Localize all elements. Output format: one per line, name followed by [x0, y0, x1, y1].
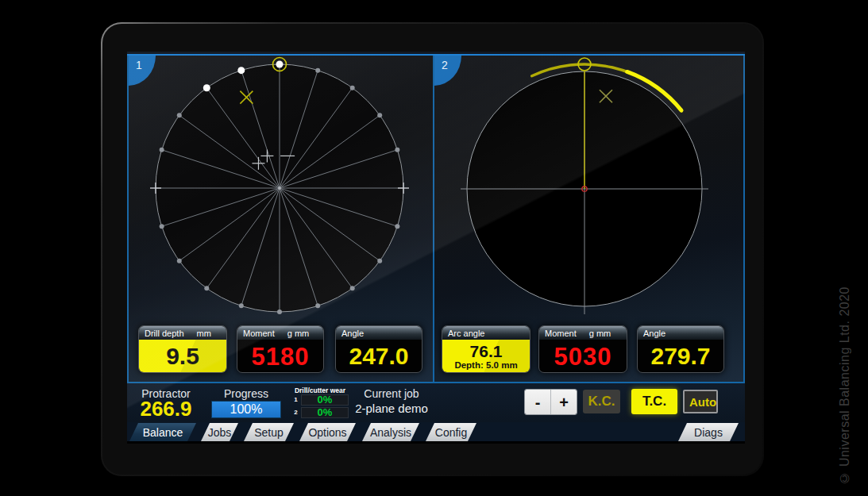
- tab-bar: Balance Jobs Setup Options Analysis Conf…: [127, 422, 745, 444]
- moment-2-header: Moment g mm: [539, 326, 627, 340]
- wear-row-2-value: 0%: [301, 407, 349, 418]
- moment-1-unit: g mm: [287, 329, 310, 338]
- angle-1-value: 247.0: [336, 340, 422, 373]
- tab-options[interactable]: Options: [299, 423, 356, 441]
- increment-button[interactable]: +: [551, 390, 577, 414]
- balance-planes-area: 1 Drill depth mm 9.5 Moment g mm: [127, 54, 745, 383]
- protractor-value: 266.9: [133, 397, 199, 421]
- arc-angle-readout: Arc angle 76.1 Depth: 5.0 mm: [442, 325, 530, 373]
- tab-balance[interactable]: Balance: [129, 423, 196, 441]
- status-bar: Protractor 266.9 Progress 100% Drill/cut…: [127, 383, 745, 422]
- moment-1-header: Moment g mm: [237, 326, 323, 340]
- tab-setup[interactable]: Setup: [244, 423, 294, 441]
- angle-readout-1: Angle 247.0: [335, 325, 422, 373]
- drill-depth-header: Drill depth mm: [139, 326, 226, 340]
- monitor-frame: 1 Drill depth mm 9.5 Moment g mm: [101, 22, 764, 476]
- current-job-label: Current job: [362, 387, 421, 400]
- moment-2-value: 5030: [539, 340, 627, 373]
- plane-2-badge-number: 2: [442, 59, 448, 71]
- copyright-text: © Universal Balancing Ltd. 2020: [838, 286, 852, 485]
- wear-row-1: 1 0%: [291, 394, 353, 406]
- tab-analysis[interactable]: Analysis: [362, 423, 419, 441]
- monitor-bezel: 1 Drill depth mm 9.5 Moment g mm: [102, 24, 762, 475]
- angle-1-header: Angle: [336, 326, 422, 340]
- wear-row-2-index: 2: [291, 409, 301, 416]
- moment-2-unit: g mm: [589, 329, 611, 338]
- plane-1-badge-number: 1: [136, 59, 142, 71]
- tc-button[interactable]: T.C.: [631, 389, 677, 414]
- plane-1-panel: 1 Drill depth mm 9.5 Moment g mm: [127, 56, 433, 382]
- drill-depth-unit: mm: [197, 329, 211, 338]
- kc-button[interactable]: K.C.: [583, 390, 620, 413]
- moment-readout-1: Moment g mm 5180: [237, 325, 324, 373]
- tab-jobs[interactable]: Jobs: [201, 423, 238, 441]
- angle-2-label: Angle: [643, 329, 665, 338]
- arc-depth-value: Depth: 5.0 mm: [454, 361, 517, 371]
- angle-2-value: 279.7: [638, 340, 723, 373]
- drill-depth-label: Drill depth: [145, 329, 184, 338]
- progress-value: 100%: [212, 402, 280, 417]
- moment-2-label: Moment: [545, 329, 577, 338]
- angle-readout-2: Angle 279.7: [637, 325, 724, 373]
- decrement-button[interactable]: -: [525, 390, 551, 414]
- value-stepper: - +: [524, 389, 577, 415]
- moment-readout-2: Moment g mm 5030: [538, 325, 627, 373]
- tab-diags[interactable]: Diags: [678, 423, 739, 441]
- moment-1-label: Moment: [243, 329, 275, 338]
- current-job-value: 2-plane demo: [352, 402, 431, 415]
- arc-angle-header: Arc angle: [442, 326, 530, 340]
- arc-angle-value: 76.1: [470, 343, 503, 360]
- progress-label: Progress: [210, 387, 282, 400]
- wear-row-2: 2 0%: [291, 406, 353, 418]
- angle-1-label: Angle: [341, 329, 364, 338]
- auto-button[interactable]: Auto: [683, 390, 718, 413]
- tab-config[interactable]: Config: [426, 423, 476, 441]
- progress-bar: 100%: [211, 401, 281, 418]
- arc-angle-label: Arc angle: [448, 329, 484, 338]
- moment-1-value: 5180: [237, 340, 323, 373]
- drill-depth-readout: Drill depth mm 9.5: [138, 325, 227, 373]
- wear-row-1-value: 0%: [301, 394, 349, 406]
- drill-depth-value: 9.5: [139, 340, 226, 373]
- angle-2-header: Angle: [638, 326, 723, 340]
- arc-angle-value-group: 76.1 Depth: 5.0 mm: [442, 340, 530, 373]
- screen: 1 Drill depth mm 9.5 Moment g mm: [127, 52, 745, 444]
- wear-row-1-index: 1: [291, 396, 301, 403]
